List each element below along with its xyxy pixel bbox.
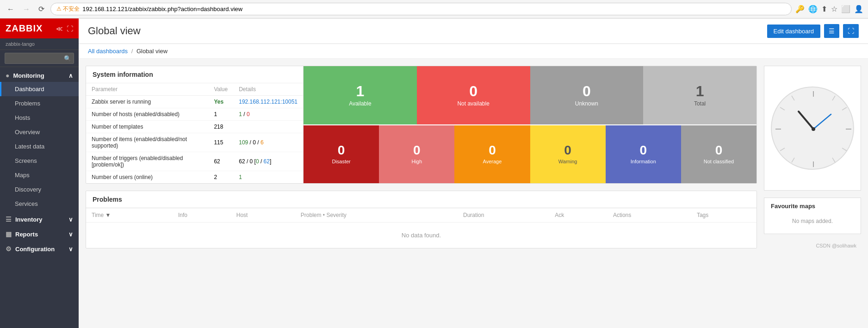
col-time: Time ▼: [86, 208, 173, 223]
configuration-label: Configuration: [15, 246, 55, 253]
ptile-information[interactable]: 0 Information: [606, 125, 681, 184]
svg-point-14: [812, 127, 815, 131]
fullscreen-icon[interactable]: ⛶: [67, 25, 73, 32]
right-column: Favourite maps No maps added. CSDN @soli…: [764, 66, 861, 250]
ptile-not-classified[interactable]: 0 Not classified: [681, 125, 756, 184]
table-row: Number of templates 218: [86, 121, 303, 133]
svg-line-9: [780, 148, 785, 151]
watermark: CSDN @solihawk: [764, 241, 861, 250]
edit-dashboard-button[interactable]: Edit dashboard: [767, 25, 820, 38]
favourite-maps-title: Favourite maps: [771, 203, 854, 210]
problems-panel: Problems Time ▼ Info Host Problem • Seve…: [86, 191, 757, 248]
col-info: Info: [173, 208, 231, 223]
page-title: Global view: [88, 25, 141, 37]
sort-arrow: ▼: [105, 212, 111, 218]
no-data-message: No data found.: [86, 223, 756, 248]
ptile-warning[interactable]: 0 Warning: [530, 125, 606, 184]
configuration-icon: ⚙: [6, 245, 12, 253]
header-actions: Edit dashboard ☰ ⛶: [767, 24, 859, 38]
logo: ZABBIX: [6, 23, 43, 34]
search-icon: 🔍: [64, 55, 71, 62]
problem-severity-tiles: 0 Disaster 0 High 0 Average: [304, 124, 756, 184]
svg-line-5: [792, 96, 794, 100]
sidebar-item-services[interactable]: Services: [0, 197, 79, 211]
reload-button[interactable]: ⟳: [36, 4, 47, 14]
share-icon[interactable]: ⬆: [821, 5, 827, 13]
no-maps-message: No maps added.: [771, 213, 854, 229]
sidebar: ZABBIX ≪ ⛶ zabbix-tango 🔍 ● Monitoring ∧: [0, 19, 79, 328]
tile-total[interactable]: 1 Total: [643, 66, 756, 124]
expand-icon-button[interactable]: ⛶: [843, 24, 859, 38]
svg-line-12: [799, 111, 813, 129]
search-box: 🔍: [0, 50, 79, 67]
system-info-panel: System information Parameter Value Detai…: [86, 66, 757, 184]
configuration-header[interactable]: ⚙ Configuration ∨: [0, 241, 79, 255]
favourite-maps-panel: Favourite maps No maps added.: [764, 198, 861, 234]
collapse-icon[interactable]: ≪: [56, 25, 63, 32]
svg-line-13: [813, 114, 831, 129]
inventory-header[interactable]: ☰ Inventory ∨: [0, 211, 79, 226]
col-value: Value: [208, 83, 233, 96]
table-row: Number of hosts (enabled/disabled) 1 1 /…: [86, 108, 303, 121]
ptile-disaster[interactable]: 0 Disaster: [304, 125, 379, 184]
col-problem: Problem • Severity: [295, 208, 458, 223]
col-actions: Actions: [608, 208, 691, 223]
sidebar-item-overview[interactable]: Overview: [0, 125, 79, 139]
key-icon[interactable]: 🔑: [795, 5, 805, 13]
menu-icon-button[interactable]: ☰: [824, 24, 839, 38]
table-row: Number of users (online) 2 1: [86, 171, 303, 184]
svg-line-10: [792, 158, 794, 162]
no-data-row: No data found.: [86, 223, 756, 248]
browser-actions: 🔑 🌐 ⬆ ☆ ⬜ 👤: [795, 5, 863, 13]
bookmark-icon[interactable]: ☆: [831, 5, 837, 13]
address-bar[interactable]: ⚠ 不安全 192.168.112.121/zabbix/zabbix.php?…: [50, 3, 792, 15]
reports-icon: ▩: [6, 230, 12, 238]
breadcrumb: All dashboards / Global view: [79, 44, 868, 59]
col-tags: Tags: [691, 208, 756, 223]
chevron-right-icon: ∨: [68, 216, 73, 223]
clock-svg: [772, 87, 855, 171]
svg-line-8: [780, 107, 785, 110]
back-button[interactable]: ←: [5, 4, 17, 14]
sidebar-item-screens[interactable]: Screens: [0, 154, 79, 168]
tile-available[interactable]: 1 Available: [304, 66, 417, 124]
system-info-title: System information: [86, 66, 303, 83]
main: Global view Edit dashboard ☰ ⛶ All dashb…: [79, 19, 868, 328]
chevron-right-icon3: ∨: [68, 246, 73, 253]
security-warning: ⚠ 不安全: [56, 5, 80, 13]
host-availability-tiles: 1 Available 0 Not available 0 Unknown: [304, 66, 756, 124]
ptile-high[interactable]: 0 High: [379, 125, 454, 184]
app: ZABBIX ≪ ⛶ zabbix-tango 🔍 ● Monitoring ∧: [0, 19, 868, 328]
profile-icon[interactable]: 👤: [854, 5, 863, 13]
sidebar-header-icons: ≪ ⛶: [56, 25, 73, 32]
col-ack: Ack: [549, 208, 608, 223]
problems-title: Problems: [86, 191, 756, 208]
ptile-average[interactable]: 0 Average: [454, 125, 530, 184]
sidebar-item-maps[interactable]: Maps: [0, 168, 79, 182]
breadcrumb-separator: /: [131, 48, 133, 55]
translate-icon[interactable]: 🌐: [808, 5, 818, 13]
table-row: Zabbix server is running Yes 192.168.112…: [86, 96, 303, 108]
sidebar-item-dashboard[interactable]: Dashboard: [0, 82, 79, 96]
sidebar-item-discovery[interactable]: Discovery: [0, 182, 79, 197]
sidebar-item-hosts[interactable]: Hosts: [0, 111, 79, 125]
clock-widget: [764, 66, 861, 191]
breadcrumb-current: Global view: [136, 48, 167, 55]
svg-line-6: [842, 148, 847, 151]
monitoring-section: ● Monitoring ∧ Dashboard Problems Hosts …: [0, 67, 79, 211]
reports-header[interactable]: ▩ Reports ∨: [0, 226, 79, 241]
breadcrumb-all-dashboards[interactable]: All dashboards: [88, 48, 128, 55]
col-host: Host: [231, 208, 295, 223]
forward-button[interactable]: →: [20, 4, 32, 14]
tile-not-available[interactable]: 0 Not available: [417, 66, 530, 124]
browser-bar: ← → ⟳ ⚠ 不安全 192.168.112.121/zabbix/zabbi…: [0, 0, 868, 19]
col-parameter: Parameter: [86, 83, 208, 96]
svg-line-7: [842, 107, 847, 110]
sidebar-item-problems[interactable]: Problems: [0, 96, 79, 111]
problems-table: Time ▼ Info Host Problem • Severity Dura…: [86, 208, 756, 248]
monitoring-header[interactable]: ● Monitoring ∧: [0, 67, 79, 82]
tile-unknown[interactable]: 0 Unknown: [530, 66, 644, 124]
svg-line-11: [832, 158, 835, 162]
sidebar-item-latest-data[interactable]: Latest data: [0, 139, 79, 154]
window-icon[interactable]: ⬜: [841, 5, 850, 13]
